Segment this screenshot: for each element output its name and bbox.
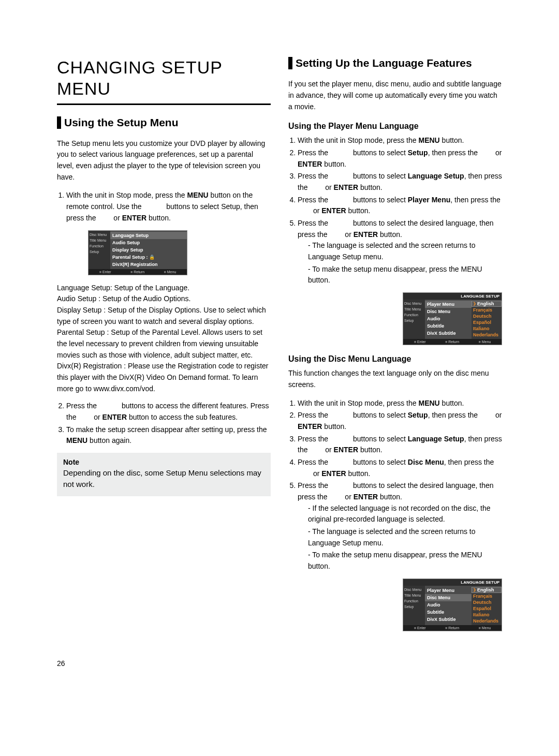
right-column: Setting Up the Language Features If you … [288,57,502,639]
step-2: Press the buttons to access the differen… [66,401,271,423]
left-column: CHANGING SETUP MENU Using the Setup Menu… [57,57,271,639]
disc-menu-steps: With the unit in Stop mode, press the ME… [288,398,502,572]
sub-heading-player-menu: Using the Player Menu Language [288,122,502,131]
osd-language-setup-disc: LANGUAGE SETUP Disc Menu Title Menu Func… [403,579,502,631]
intro-paragraph: The Setup menu lets you customize your D… [57,138,271,183]
osd-setup-menu: Disc Menu Title Menu Function Setup Lang… [88,230,187,275]
note-box: Note Depending on the disc, some Setup M… [57,453,271,496]
two-column-layout: CHANGING SETUP MENU Using the Setup Menu… [57,57,502,639]
setup-option-descriptions: Language Setup: Setup of the Language. A… [57,283,271,395]
setup-steps: With the unit in Stop mode, press the ME… [57,190,271,224]
section-heading-language: Setting Up the Language Features [288,57,502,69]
page-number: 26 [57,659,502,668]
main-title: CHANGING SETUP MENU [57,57,271,105]
player-menu-steps: With the unit in Stop mode, press the ME… [288,135,502,286]
manual-page: CHANGING SETUP MENU Using the Setup Menu… [0,0,559,699]
setup-steps-cont: Press the buttons to access the differen… [57,401,271,447]
note-title: Note [63,458,264,466]
language-intro: If you set the player menu, disc menu, a… [288,79,502,112]
osd-language-setup-player: LANGUAGE SETUP Disc Menu Title Menu Func… [403,292,502,345]
section-heading-setup: Using the Setup Menu [57,116,271,129]
disc-menu-intro: This function changes the text language … [288,368,502,390]
step-1: With the unit in Stop mode, press the ME… [66,190,271,224]
note-body: Depending on the disc, some Setup Menu s… [63,467,264,490]
sub-heading-disc-menu: Using the Disc Menu Language [288,354,502,364]
step-3: To make the setup screen disappear after… [66,424,271,447]
